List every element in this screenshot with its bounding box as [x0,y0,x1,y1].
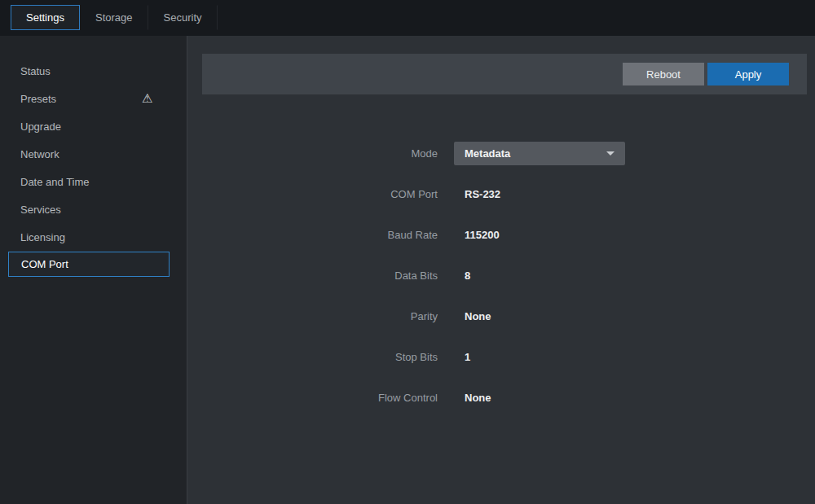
apply-button[interactable]: Apply [707,63,789,85]
sidebar-item-label: Licensing [20,231,65,243]
form-row-mode: Mode Metadata [187,133,815,173]
sidebar-item-label: Network [20,148,59,160]
flow-control-label: Flow Control [187,392,438,404]
sidebar-item-label: Upgrade [20,121,61,133]
form-row-parity: Parity None [187,296,815,336]
sidebar-item-label: Date and Time [20,176,90,188]
sidebar-item-label: Services [20,204,61,216]
sidebar-item-label: COM Port [21,258,68,270]
sidebar-item-presets[interactable]: Presets ⚠ [0,85,187,112]
sidebar-item-label: Presets [20,93,56,105]
flow-control-value: None [454,392,491,404]
sidebar-item-licensing[interactable]: Licensing [0,223,187,251]
sidebar-item-label: Status [20,65,51,77]
top-tab-bar: Settings Storage Security [0,0,815,36]
action-toolbar: Reboot Apply [202,54,807,94]
data-bits-label: Data Bits [187,270,438,282]
main-content: Reboot Apply Mode Metadata COM Port RS-2… [187,36,815,504]
form-row-baud-rate: Baud Rate 115200 [187,214,815,255]
form-row-data-bits: Data Bits 8 [187,255,815,296]
com-port-label: COM Port [187,188,438,200]
warning-icon: ⚠ [142,92,152,104]
app-window: Settings Storage Security Status Presets… [0,0,815,504]
stop-bits-label: Stop Bits [187,351,438,363]
com-port-value: RS-232 [454,188,500,200]
baud-rate-value: 115200 [454,229,500,241]
sidebar: Status Presets ⚠ Upgrade Network Date an… [0,36,187,504]
tab-storage-label: Storage [95,11,133,24]
tab-storage[interactable]: Storage [80,5,148,30]
mode-select[interactable]: Metadata [454,142,625,165]
sidebar-item-services[interactable]: Services [0,195,187,223]
com-port-form: Mode Metadata COM Port RS-232 Baud Rate … [187,133,815,418]
tab-settings[interactable]: Settings [11,5,80,30]
form-row-stop-bits: Stop Bits 1 [187,336,815,377]
reboot-button[interactable]: Reboot [623,63,704,85]
stop-bits-value: 1 [454,351,470,363]
chevron-down-icon [606,151,615,156]
sidebar-item-date-and-time[interactable]: Date and Time [0,168,187,195]
baud-rate-label: Baud Rate [187,229,438,241]
tab-security[interactable]: Security [148,5,218,30]
mode-select-value: Metadata [465,147,510,160]
form-row-flow-control: Flow Control None [187,377,815,418]
data-bits-value: 8 [454,270,470,282]
parity-label: Parity [187,310,438,322]
tab-settings-label: Settings [26,11,64,24]
tab-security-label: Security [164,11,202,24]
sidebar-item-status[interactable]: Status [0,57,187,85]
form-row-com-port: COM Port RS-232 [187,173,815,214]
parity-value: None [454,310,491,322]
sidebar-item-network[interactable]: Network [0,140,187,168]
mode-label: Mode [187,147,438,160]
sidebar-item-com-port[interactable]: COM Port [8,252,170,277]
sidebar-item-upgrade[interactable]: Upgrade [0,112,187,140]
